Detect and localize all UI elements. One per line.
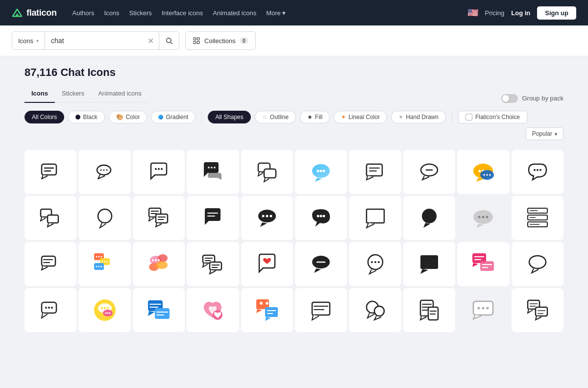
icon-card[interactable]: [187, 150, 239, 194]
icon-card[interactable]: [349, 288, 401, 332]
signup-button[interactable]: Sign up: [537, 6, 576, 20]
tab-animated-icons[interactable]: Animated icons: [91, 86, 148, 103]
icon-card[interactable]: [241, 288, 293, 332]
filter-gradient[interactable]: Gradient: [151, 111, 196, 123]
filter-outline[interactable]: ☆ Outline: [255, 111, 296, 123]
icon-card[interactable]: [24, 150, 76, 194]
icon-card[interactable]: [24, 288, 76, 332]
sort-popular-button[interactable]: Popular ▾: [526, 127, 564, 140]
icon-card[interactable]: [403, 196, 455, 240]
collections-label: Collections: [204, 37, 236, 45]
icon-card[interactable]: [457, 242, 509, 286]
icon-card[interactable]: [78, 288, 130, 332]
icon-card[interactable]: [241, 242, 293, 286]
chat-icon-svg: [39, 252, 62, 276]
tab-icons[interactable]: Icons: [24, 86, 55, 103]
svg-point-121: [101, 307, 103, 309]
navbar: flaticon Authors Icons Stickers Interfac…: [0, 0, 588, 25]
search-bar: Icons ▾ ✕: [12, 31, 179, 50]
nav-animated-icons[interactable]: Animated icons: [213, 9, 256, 17]
icon-card[interactable]: [295, 196, 347, 240]
icon-card[interactable]: [457, 150, 509, 194]
icon-card[interactable]: [24, 242, 76, 286]
flag-icon[interactable]: 🇺🇸: [467, 7, 478, 18]
svg-point-65: [482, 216, 485, 218]
chat-icon-svg: [39, 160, 62, 184]
icon-card[interactable]: [512, 242, 564, 286]
icon-card[interactable]: [349, 242, 401, 286]
icon-card[interactable]: [78, 150, 130, 194]
chat-icon-svg: [470, 297, 496, 323]
svg-rect-111: [480, 261, 494, 271]
nav-stickers[interactable]: Stickers: [129, 9, 152, 17]
search-type-selector[interactable]: Icons ▾: [12, 32, 45, 49]
icon-card[interactable]: [457, 288, 509, 332]
icon-card[interactable]: [187, 196, 239, 240]
svg-point-105: [374, 261, 376, 263]
filter-all-shapes[interactable]: All Shapes: [208, 111, 250, 123]
filter-fill[interactable]: ★ Fill: [300, 111, 330, 123]
group-by-pack-toggle[interactable]: [501, 94, 518, 103]
main-content: 87,116 Chat Icons Icons Stickers Animate…: [15, 56, 573, 342]
page-title: 87,116 Chat Icons: [24, 66, 564, 79]
chat-icon-svg: [364, 160, 387, 184]
icon-card[interactable]: [241, 150, 293, 194]
icon-card[interactable]: [349, 196, 401, 240]
icon-card[interactable]: [403, 242, 455, 286]
icon-card[interactable]: [512, 288, 564, 332]
svg-point-81: [101, 261, 103, 263]
svg-point-64: [478, 216, 481, 218]
filter-lineal-color[interactable]: ✦ Lineal Color: [334, 111, 387, 123]
search-input[interactable]: [45, 37, 143, 45]
icon-card[interactable]: [512, 150, 564, 194]
svg-point-17: [161, 168, 163, 170]
pricing-link[interactable]: Pricing: [485, 9, 505, 17]
svg-point-33: [479, 170, 481, 172]
nav-interface-icons[interactable]: Interface icons: [162, 9, 203, 17]
chat-icon-svg: [526, 252, 549, 276]
icon-card[interactable]: [133, 196, 185, 240]
hand-drawn-star-icon: ✦: [398, 114, 403, 121]
login-button[interactable]: Log in: [511, 9, 530, 17]
icon-card[interactable]: [241, 196, 293, 240]
icon-card[interactable]: [187, 288, 239, 332]
icon-card[interactable]: [78, 242, 130, 286]
search-icon: [165, 37, 173, 45]
icon-card[interactable]: [512, 196, 564, 240]
tab-stickers[interactable]: Stickers: [55, 86, 91, 103]
icon-card[interactable]: [403, 288, 455, 332]
filter-color[interactable]: 🎨 Color: [109, 111, 147, 123]
icon-card[interactable]: [403, 150, 455, 194]
filter-flaticons-choice[interactable]: Flaticon's Choice: [458, 111, 527, 123]
icon-card[interactable]: [187, 242, 239, 286]
svg-point-86: [98, 266, 99, 267]
icon-card[interactable]: [133, 288, 185, 332]
nav-icons[interactable]: Icons: [104, 9, 119, 17]
icon-card[interactable]: [457, 196, 509, 240]
svg-point-66: [486, 216, 489, 218]
icon-card[interactable]: [295, 150, 347, 194]
chat-icon-svg: [470, 159, 496, 185]
logo[interactable]: flaticon: [12, 7, 57, 18]
flaticons-choice-label: Flaticon's Choice: [475, 114, 520, 121]
icon-card[interactable]: [133, 242, 185, 286]
icon-card[interactable]: [78, 196, 130, 240]
filter-all-colors[interactable]: All Colors: [24, 111, 64, 123]
filter-hand-drawn[interactable]: ✦ Hand Drawn: [391, 111, 446, 123]
svg-point-60: [323, 215, 325, 218]
icon-card[interactable]: [133, 150, 185, 194]
collections-button[interactable]: Collections 0: [185, 31, 256, 50]
nav-authors[interactable]: Authors: [73, 9, 95, 17]
icon-card[interactable]: [295, 288, 347, 332]
icon-card[interactable]: [349, 150, 401, 194]
icon-card[interactable]: [295, 242, 347, 286]
nav-more[interactable]: More ▾: [266, 9, 286, 17]
filters-row: All Colors Black 🎨 Color Gradient All Sh…: [24, 111, 564, 140]
search-button[interactable]: [159, 32, 179, 49]
icon-card[interactable]: [24, 196, 76, 240]
chat-icon-svg: [309, 206, 333, 230]
svg-rect-5: [197, 38, 199, 40]
filter-black[interactable]: Black: [68, 111, 104, 123]
clear-search-button[interactable]: ✕: [143, 36, 159, 46]
chat-icon-svg: [39, 298, 62, 322]
